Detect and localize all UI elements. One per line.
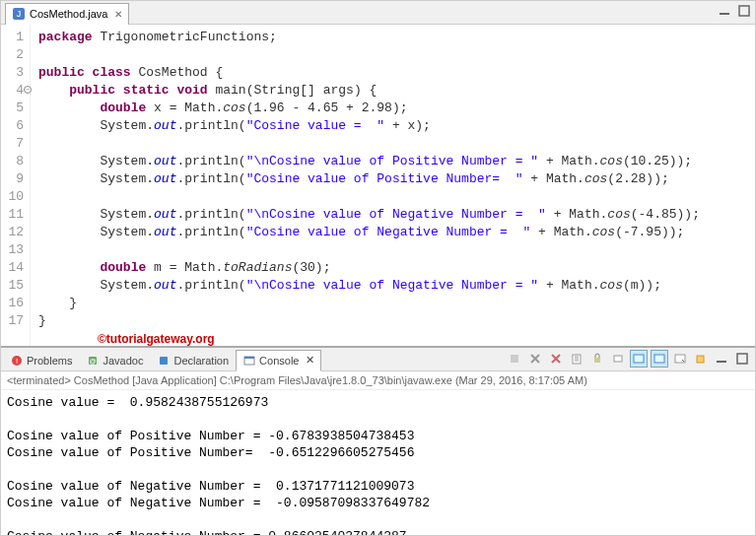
line-gutter: 1234−567891011121314151617 <box>1 25 31 346</box>
svg-rect-20 <box>737 354 747 364</box>
svg-rect-18 <box>697 356 704 363</box>
svg-text:@: @ <box>90 358 97 365</box>
remove-launch-icon[interactable] <box>526 350 544 368</box>
maximize-icon[interactable] <box>737 4 751 18</box>
tab-javadoc-label: Javadoc <box>103 355 143 367</box>
display-selected-console-icon[interactable] <box>671 350 689 368</box>
code-area[interactable]: 1234−567891011121314151617 package Trigo… <box>1 25 755 346</box>
open-console-icon[interactable] <box>692 350 710 368</box>
svg-rect-3 <box>739 6 749 16</box>
clear-console-icon[interactable] <box>568 350 585 368</box>
tab-javadoc[interactable]: @ Javadoc <box>79 350 150 371</box>
console-header: <terminated> CosMethod [Java Application… <box>1 371 755 390</box>
svg-rect-10 <box>244 357 254 359</box>
svg-text:J: J <box>17 9 22 19</box>
editor-pane: J CosMethod.java ✕ 1234−5678910111213141… <box>1 1 755 346</box>
svg-rect-2 <box>720 13 729 15</box>
java-file-icon: J <box>12 7 26 21</box>
maximize-view-icon[interactable] <box>733 350 751 368</box>
console-toolbar <box>506 350 751 368</box>
editor-tab-label: CosMethod.java <box>30 8 108 20</box>
svg-rect-14 <box>614 356 622 362</box>
declaration-icon <box>157 354 171 368</box>
console-icon <box>242 354 256 368</box>
svg-rect-15 <box>634 355 644 363</box>
minimize-icon[interactable] <box>718 4 731 18</box>
tab-problems[interactable]: ! Problems <box>3 350 79 371</box>
terminate-icon[interactable] <box>506 350 523 368</box>
remove-all-icon[interactable] <box>547 350 565 368</box>
close-icon[interactable]: ✕ <box>306 354 314 367</box>
tab-declaration[interactable]: Declaration <box>150 350 236 371</box>
minimize-view-icon[interactable] <box>713 350 730 368</box>
svg-text:!: ! <box>16 357 18 366</box>
pin-console-icon[interactable] <box>609 350 627 368</box>
editor-tab-bar: J CosMethod.java ✕ <box>1 1 755 25</box>
show-console-output-icon[interactable] <box>630 350 648 368</box>
bottom-tab-bar: ! Problems @ Javadoc Declaration Console… <box>1 348 755 371</box>
problems-icon: ! <box>10 354 24 368</box>
show-console-error-icon[interactable] <box>651 350 668 368</box>
svg-rect-11 <box>511 355 518 363</box>
console-output[interactable]: Cosine value = 0.9582438755126973 Cosine… <box>1 390 755 536</box>
tab-problems-label: Problems <box>27 355 72 367</box>
tab-declaration-label: Declaration <box>173 355 229 367</box>
tab-console[interactable]: Console ✕ <box>236 350 321 371</box>
tab-console-label: Console <box>259 355 299 367</box>
close-icon[interactable]: ✕ <box>114 9 122 20</box>
code-text[interactable]: package TrigonometricFunctions;public cl… <box>31 25 700 346</box>
svg-rect-19 <box>717 361 726 363</box>
javadoc-icon: @ <box>86 354 100 368</box>
bottom-pane: ! Problems @ Javadoc Declaration Console… <box>1 346 755 536</box>
svg-rect-8 <box>160 357 168 365</box>
scroll-lock-icon[interactable] <box>588 350 606 368</box>
editor-tab-cosmethod[interactable]: J CosMethod.java ✕ <box>5 3 129 25</box>
svg-rect-13 <box>594 358 600 363</box>
svg-rect-16 <box>654 355 664 363</box>
